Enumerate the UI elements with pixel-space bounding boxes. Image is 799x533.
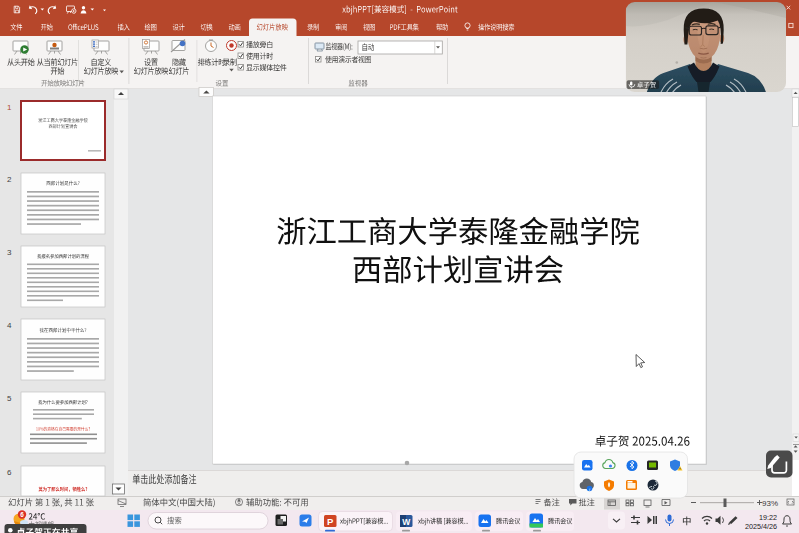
svg-text:P: P [327,516,334,527]
svg-text:3: 3 [7,248,12,257]
svg-text:4: 4 [7,321,12,330]
svg-text:1: 1 [7,103,12,112]
svg-text:5: 5 [7,394,12,403]
svg-text:6: 6 [20,511,24,518]
svg-text:19:22: 19:22 [759,513,777,522]
svg-text:6: 6 [7,468,12,477]
svg-text:2025/4/26: 2025/4/26 [745,522,777,531]
svg-text:W: W [402,517,411,527]
svg-text:93%: 93% [762,499,778,508]
svg-text:2: 2 [7,175,12,184]
